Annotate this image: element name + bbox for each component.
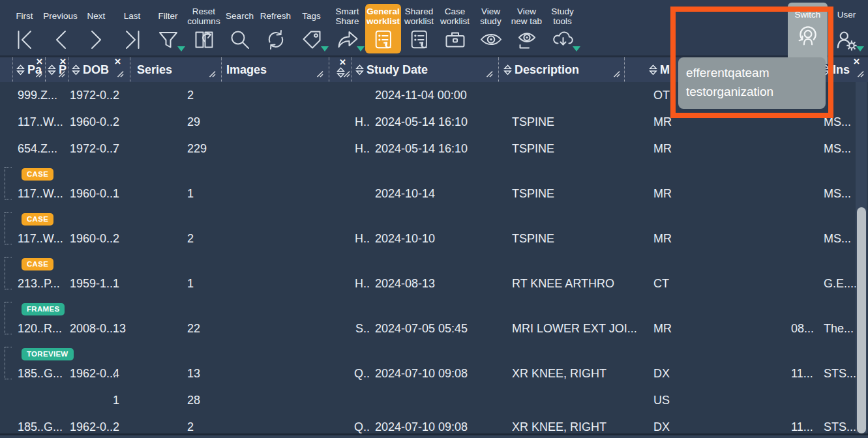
table-row-group: 117..W... 1960-0... 2 29 H.. 2024-05-14 … <box>0 109 868 136</box>
cell-modality: US <box>649 394 779 407</box>
next-button[interactable]: Next <box>78 4 114 53</box>
tree-branch-indicator <box>5 347 12 379</box>
table-row[interactable]: 654.Z... 1972-0... 7 229 H.. 2024-05-14 … <box>0 136 868 162</box>
column-resize-handle[interactable] <box>209 67 216 81</box>
sort-icon[interactable] <box>16 65 25 76</box>
column-resize-handle[interactable] <box>486 67 493 81</box>
column-header-label: Ins <box>833 63 850 77</box>
close-column-icon[interactable]: ✕ <box>59 57 67 66</box>
sort-icon[interactable] <box>355 65 364 76</box>
sort-icon[interactable] <box>48 65 56 76</box>
cell-dob: 1960-0... <box>65 187 108 201</box>
search-icon <box>228 28 252 53</box>
table-row[interactable]: 1 28 US <box>0 387 868 414</box>
switch-user-button[interactable]: Switch <box>788 3 828 64</box>
first-button[interactable]: First <box>7 4 42 53</box>
previous-button[interactable]: Previous <box>42 4 78 53</box>
column-header-flag[interactable]: ✕ <box>329 57 352 82</box>
cell-dob: 2008-0... <box>65 322 108 336</box>
column-header-patient[interactable]: Pa ✕ <box>13 57 46 82</box>
cell-series: 13 <box>108 322 183 336</box>
user-button-label: User <box>828 4 865 26</box>
status-badge: CASE <box>22 168 53 181</box>
dropdown-caret-icon <box>321 46 329 51</box>
close-column-icon[interactable]: ✕ <box>339 58 346 66</box>
view-study-button[interactable]: View study <box>473 4 509 53</box>
column-resize-handle[interactable] <box>343 67 350 81</box>
table-row[interactable]: 185..G... 1962-0... 4 13 Q.. 2024-07-10 … <box>0 360 868 387</box>
switch-user-icon <box>795 21 821 51</box>
table-row-group: 654.Z... 1972-0... 7 229 H.. 2024-05-14 … <box>0 136 868 162</box>
cell-patient: 120..R... <box>13 322 65 336</box>
tags-button[interactable]: Tags <box>293 4 329 53</box>
toolbar-button-label: Filter <box>150 5 187 27</box>
switch-button-label: Switch <box>790 9 826 21</box>
column-header-study-date[interactable]: Study Date <box>352 57 499 82</box>
close-column-icon[interactable]: ✕ <box>36 57 43 66</box>
column-header-description[interactable]: Description <box>499 57 625 82</box>
table-row[interactable]: 213..P... 1959-1... 1 1 H.. 2024-08-13 R… <box>0 270 868 297</box>
case-worklist-button[interactable]: Case worklist <box>437 4 473 53</box>
cell-series: 1 <box>108 394 183 407</box>
cell-modality: MR <box>649 322 779 336</box>
table-row[interactable]: 117..W... 1960-0... 1 1 2024-10-14 TSPIN… <box>0 181 868 207</box>
toolbar-button-label: Previous <box>42 5 79 27</box>
cell-series: 1 <box>108 187 183 201</box>
cell-description: TSPINE <box>499 142 649 156</box>
cell-images: 22 <box>183 322 329 336</box>
close-column-icon[interactable]: ✕ <box>853 57 860 66</box>
search-button[interactable]: Search <box>222 4 258 53</box>
cell-accession: 08... <box>779 322 818 336</box>
toolbar-button-label: Shared worklist <box>401 5 438 27</box>
column-header-series[interactable]: Series <box>130 57 222 82</box>
cell-study-date: 2024-05-14 16:10 <box>370 142 499 156</box>
cell-dob: 1962-0... <box>65 367 108 381</box>
column-resize-handle[interactable] <box>857 67 864 81</box>
view-new-tab-button[interactable]: View new tab <box>509 4 545 53</box>
dropdown-caret-icon <box>177 46 185 51</box>
column-resize-handle[interactable] <box>117 67 124 81</box>
column-resize-handle[interactable] <box>316 67 323 81</box>
sort-icon[interactable] <box>72 65 80 76</box>
cell-dob: 1960-0... <box>65 115 108 129</box>
table-row-group: CASE 213..P... 1959-1... 1 1 H.. 2024-08… <box>0 252 868 297</box>
view-new-tab-icon <box>515 28 539 53</box>
column-header-dob[interactable]: DOB ✕ <box>68 57 130 82</box>
cell-dob: 1962-0... <box>65 420 108 434</box>
table-row[interactable]: 120..R... 2008-0... 13 22 S.. 2024-07-05… <box>0 315 868 342</box>
close-column-icon[interactable]: ✕ <box>114 57 121 66</box>
shared-worklist-button[interactable]: Shared worklist <box>401 4 437 53</box>
tags-icon <box>300 28 323 53</box>
column-resize-handle[interactable] <box>58 67 65 81</box>
sort-icon[interactable] <box>649 65 657 76</box>
cell-images: 2 <box>183 420 329 434</box>
refresh-icon <box>264 28 288 53</box>
cell-patient: 185..G... <box>13 367 65 381</box>
cell-images: 229 <box>183 142 329 156</box>
smart-share-button[interactable]: Smart Share <box>329 4 365 53</box>
badge-row: CASE <box>0 207 868 226</box>
general-worklist-button[interactable]: General worklist <box>365 4 401 53</box>
column-resize-handle[interactable] <box>35 67 42 81</box>
filter-button[interactable]: Filter <box>150 4 186 53</box>
column-header-images[interactable]: Images <box>222 57 329 82</box>
reset-columns-button[interactable]: Reset columns <box>186 4 222 53</box>
last-icon <box>121 28 144 53</box>
status-badge: TOREVIEW <box>22 348 74 360</box>
toolbar-button-label: Reset columns <box>186 5 222 27</box>
cell-modality: MR <box>649 187 779 201</box>
cell-dob: 1960-0... <box>65 232 108 246</box>
column-header-p[interactable]: P ✕ <box>46 57 68 82</box>
general-worklist-icon <box>372 28 395 53</box>
study-tools-button[interactable]: Study tools <box>545 4 580 53</box>
table-row[interactable]: 117..W... 1960-0... 2 29 H.. 2024-05-14 … <box>0 109 868 136</box>
column-header-label: Description <box>515 63 579 77</box>
sort-icon[interactable] <box>503 65 512 76</box>
user-menu-button[interactable]: User <box>830 4 863 55</box>
cell-dob: 1972-0... <box>65 142 108 156</box>
last-button[interactable]: Last <box>114 4 150 53</box>
vertical-scrollbar-thumb[interactable] <box>857 207 866 433</box>
table-row[interactable]: 117..W... 1960-0... 2 2 H.. 2024-10-10 T… <box>0 226 868 252</box>
column-resize-handle[interactable] <box>613 67 620 81</box>
refresh-button[interactable]: Refresh <box>258 4 293 53</box>
